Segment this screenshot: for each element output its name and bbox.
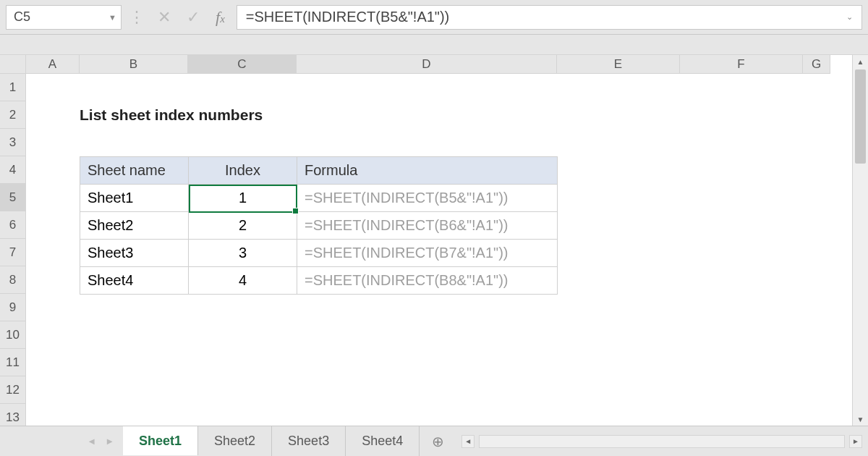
- name-box[interactable]: C5 ▼: [6, 5, 122, 30]
- cell-index[interactable]: 1: [189, 185, 297, 212]
- horizontal-scrollbar[interactable]: ◄ ►: [456, 426, 868, 456]
- cell-formula[interactable]: =SHEET(INDIRECT(B5&"!A1")): [297, 185, 558, 212]
- col-header-C[interactable]: C: [188, 55, 297, 74]
- cell-sheet[interactable]: Sheet2: [80, 212, 189, 240]
- sheet-tab-sheet3[interactable]: Sheet3: [272, 426, 346, 456]
- row-header-9[interactable]: 9: [0, 294, 26, 321]
- scroll-left-arrow-icon[interactable]: ◄: [461, 435, 475, 448]
- sheet-tabs-bar: ◄ ► Sheet1 Sheet2 Sheet3 Sheet4 ⊕ ◄ ►: [0, 426, 868, 456]
- formula-bar-buttons: ✕ ✓ fx: [152, 8, 231, 27]
- header-index[interactable]: Index: [189, 157, 297, 185]
- ribbon-spacer: [0, 35, 868, 55]
- page-title: List sheet index numbers: [80, 101, 263, 129]
- cells-area[interactable]: List sheet index numbers Sheet name Inde…: [26, 74, 852, 431]
- scroll-thumb[interactable]: [855, 69, 866, 164]
- table-row: Sheet4 4 =SHEET(INDIRECT(B8&"!A1")): [80, 267, 558, 295]
- tab-next-icon[interactable]: ►: [105, 436, 114, 447]
- select-all-corner[interactable]: [0, 55, 26, 74]
- row-header-6[interactable]: 6: [0, 211, 26, 239]
- h-scroll-track[interactable]: [479, 435, 845, 448]
- col-header-B[interactable]: B: [80, 55, 188, 74]
- tab-nav: ◄ ►: [0, 426, 123, 456]
- row-header-1[interactable]: 1: [0, 74, 26, 101]
- col-header-D[interactable]: D: [297, 55, 557, 74]
- column-headers: A B C D E F G: [0, 55, 852, 74]
- sheet-tab-sheet4[interactable]: Sheet4: [346, 426, 420, 456]
- sheet-tab-sheet1[interactable]: Sheet1: [123, 426, 198, 455]
- cell-index[interactable]: 3: [189, 240, 297, 267]
- scroll-right-arrow-icon[interactable]: ►: [849, 435, 862, 448]
- header-sheet-name[interactable]: Sheet name: [80, 157, 189, 185]
- formula-bar: C5 ▼ ⋮ ✕ ✓ fx =SHEET(INDIRECT(B5&"!A1"))…: [0, 0, 868, 35]
- table-row: Sheet3 3 =SHEET(INDIRECT(B7&"!A1")): [80, 240, 558, 267]
- cell-formula[interactable]: =SHEET(INDIRECT(B6&"!A1")): [297, 212, 558, 240]
- cell-index[interactable]: 2: [189, 212, 297, 240]
- data-table: Sheet name Index Formula Sheet1 1 =SHEET…: [80, 156, 558, 295]
- cell-sheet[interactable]: Sheet3: [80, 240, 189, 267]
- separator: ⋮: [127, 8, 146, 27]
- row-header-3[interactable]: 3: [0, 129, 26, 156]
- vertical-scrollbar[interactable]: ▲ ▼: [852, 55, 868, 426]
- row-header-12[interactable]: 12: [0, 376, 26, 404]
- table-header-row: Sheet name Index Formula: [80, 157, 558, 185]
- row-headers: 1 2 3 4 5 6 7 8 9 10 11 12 13: [0, 74, 26, 431]
- scroll-down-arrow-icon[interactable]: ▼: [853, 413, 868, 426]
- table-row: Sheet1 1 =SHEET(INDIRECT(B5&"!A1")): [80, 185, 558, 212]
- row-header-7[interactable]: 7: [0, 239, 26, 266]
- cell-sheet[interactable]: Sheet1: [80, 185, 189, 212]
- cell-formula[interactable]: =SHEET(INDIRECT(B7&"!A1")): [297, 240, 558, 267]
- spreadsheet-grid: A B C D E F G 1 2 3 4 5 6 7 8 9 10 11 12: [0, 55, 868, 426]
- formula-input[interactable]: =SHEET(INDIRECT(B5&"!A1")) ⌄: [237, 5, 862, 30]
- tab-prev-icon[interactable]: ◄: [87, 436, 96, 447]
- row-header-2[interactable]: 2: [0, 101, 26, 129]
- cancel-icon[interactable]: ✕: [158, 8, 171, 27]
- row-header-10[interactable]: 10: [0, 321, 26, 349]
- scroll-track[interactable]: [853, 68, 868, 413]
- sheet-tab-sheet2[interactable]: Sheet2: [198, 426, 272, 456]
- formula-text: =SHEET(INDIRECT(B5&"!A1")): [246, 9, 449, 25]
- table-row: Sheet2 2 =SHEET(INDIRECT(B6&"!A1")): [80, 212, 558, 240]
- row-header-11[interactable]: 11: [0, 349, 26, 376]
- col-header-G[interactable]: G: [803, 55, 830, 74]
- scroll-up-arrow-icon[interactable]: ▲: [853, 55, 868, 68]
- name-box-value: C5: [14, 9, 30, 25]
- enter-icon[interactable]: ✓: [187, 8, 200, 27]
- row-header-8[interactable]: 8: [0, 266, 26, 294]
- cell-sheet[interactable]: Sheet4: [80, 267, 189, 295]
- col-header-E[interactable]: E: [557, 55, 680, 74]
- header-formula[interactable]: Formula: [297, 157, 558, 185]
- cell-formula[interactable]: =SHEET(INDIRECT(B8&"!A1")): [297, 267, 558, 295]
- row-header-4[interactable]: 4: [0, 156, 26, 184]
- col-header-F[interactable]: F: [680, 55, 803, 74]
- cell-index[interactable]: 4: [189, 267, 297, 295]
- fx-icon[interactable]: fx: [216, 8, 225, 27]
- chevron-down-icon[interactable]: ⌄: [846, 12, 853, 22]
- row-header-5[interactable]: 5: [0, 184, 26, 211]
- chevron-down-icon[interactable]: ▼: [109, 13, 116, 22]
- col-header-A[interactable]: A: [26, 55, 80, 74]
- new-sheet-button[interactable]: ⊕: [420, 426, 456, 456]
